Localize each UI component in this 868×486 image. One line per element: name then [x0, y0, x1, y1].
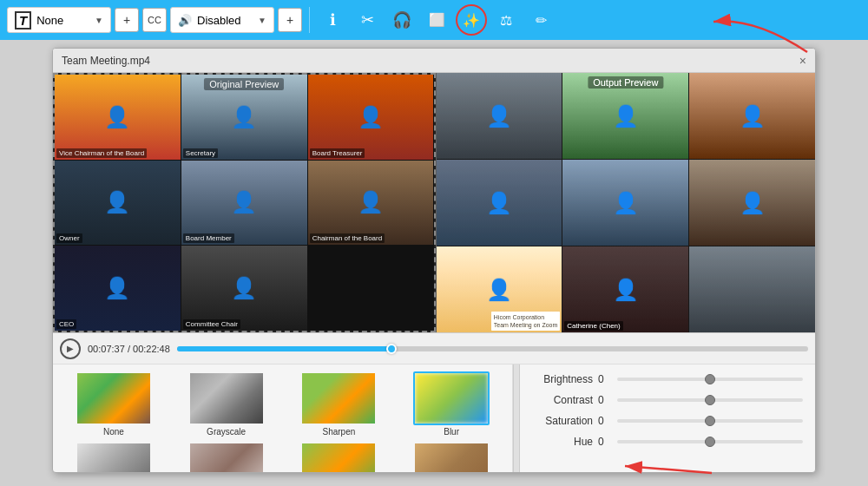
filter-grayscale-label: Grayscale [207, 427, 246, 437]
filter-relievo[interactable]: Relievo [173, 442, 280, 473]
output-cell-6: 👤 [689, 160, 815, 246]
filter-grid: None Grayscale Sharpen [60, 371, 505, 473]
person-face-6: 👤 [308, 161, 434, 246]
hue-value: 0 [598, 436, 612, 448]
cell-label-3: Board Treasurer [310, 148, 365, 158]
person-face-5: 👤 [181, 161, 307, 246]
person-face-4: 👤 [55, 161, 181, 246]
text-dropdown-label: None [36, 14, 63, 27]
contrast-slider[interactable] [617, 398, 803, 402]
play-button[interactable]: ▶ [60, 338, 81, 359]
toolbar: T None ▼ + CC 🔊 Disabled ▼ + ℹ ✂ 🎧 ⬜ ✨ ⚖… [0, 0, 868, 40]
video-cell-7: 👤 CEO [55, 246, 181, 331]
cell-label-5: Board Member [183, 233, 234, 243]
toolbar-divider [309, 7, 310, 33]
audio-dropdown[interactable]: 🔊 Disabled ▼ [170, 7, 274, 33]
filter-oldfilm[interactable]: Old Film [398, 442, 505, 473]
filter-sharpen-label: Sharpen [322, 427, 355, 437]
saturation-thumb[interactable] [705, 416, 715, 426]
filter-blur-thumb[interactable] [413, 371, 490, 425]
info-icon: ℹ [330, 10, 336, 30]
cc-button[interactable]: CC [142, 8, 167, 32]
filter-blur-label: Blur [444, 427, 459, 437]
timeline-track[interactable] [177, 346, 808, 351]
filter-none-thumb[interactable] [76, 371, 152, 425]
video-cell-8: 👤 Committee Chair [181, 246, 307, 331]
sliders-panel: Brightness 0 Contrast 0 Saturation 0 [520, 364, 815, 473]
person-face-3: 👤 [308, 75, 434, 160]
plus-icon: + [123, 13, 130, 27]
crop-button[interactable]: ⬜ [421, 4, 452, 36]
info-button[interactable]: ℹ [317, 4, 348, 36]
output-video-grid: 👤 👤 👤 👤 👤 👤 👤 [437, 73, 816, 332]
brightness-value: 0 [598, 373, 612, 385]
audio-dropdown-label: Disabled [197, 14, 241, 27]
filter-oldfilm-thumb[interactable] [413, 442, 490, 473]
cell-label-4: Owner [56, 233, 82, 243]
timeline-thumb[interactable] [386, 344, 397, 354]
brightness-thumb[interactable] [705, 374, 715, 384]
output-face-6: 👤 [689, 160, 815, 246]
audio-edit-button[interactable]: 🎧 [386, 4, 418, 36]
filter-panel: None Grayscale Sharpen [53, 364, 513, 473]
chevron-down-icon2: ▼ [258, 16, 266, 25]
filter-sharpen[interactable]: Sharpen [286, 371, 393, 437]
brightness-label: Brightness [532, 373, 593, 385]
video-cell-6: 👤 Chairman of the Board [308, 161, 434, 246]
output-cell-8: 👤 Catherine (Chen) [562, 246, 688, 332]
hue-slider[interactable] [617, 440, 803, 443]
video-cell-4: 👤 Owner [55, 161, 181, 246]
cut-button[interactable]: ✂ [352, 4, 383, 36]
output-face-1: 👤 [437, 73, 562, 159]
filter-pencilling-thumb[interactable] [76, 442, 152, 473]
add-text-button[interactable]: + [115, 8, 139, 32]
filter-grayscale[interactable]: Grayscale [173, 371, 280, 437]
original-video-grid: 👤 Vice Chairman of the Board 👤 Secretary… [55, 75, 434, 331]
filter-noise[interactable]: Noise [286, 442, 393, 473]
output-preview-label: Output Preview [588, 76, 663, 89]
saturation-slider[interactable] [617, 419, 803, 423]
video-cell-5: 👤 Board Member [181, 161, 307, 246]
filter-grayscale-thumb[interactable] [188, 371, 265, 425]
close-button[interactable]: × [799, 54, 806, 68]
cell-label-7: CEO [56, 319, 76, 329]
bottom-panel: None Grayscale Sharpen [53, 364, 815, 473]
filter-relievo-thumb[interactable] [188, 442, 265, 473]
hue-thumb[interactable] [705, 437, 715, 447]
chevron-down-icon: ▼ [95, 16, 103, 25]
cc-icon: CC [148, 15, 161, 25]
effect-button[interactable]: ✨ [456, 4, 487, 36]
contrast-thumb[interactable] [705, 395, 715, 405]
main-window: Team Meeting.mp4 × Original Preview 👤 Vi… [52, 48, 816, 473]
window-titlebar: Team Meeting.mp4 × [53, 49, 815, 73]
filter-blur[interactable]: Blur [398, 371, 505, 437]
contrast-row: Contrast 0 [532, 394, 803, 406]
output-cell-7: 👤 Hicom Corporation Team Meeting on Zoom [437, 246, 562, 332]
person-face-8: 👤 [181, 246, 307, 331]
filter-sharpen-thumb[interactable] [300, 371, 377, 425]
cell-label-6: Chairman of the Board [310, 233, 385, 243]
output-preview: Output Preview 👤 👤 👤 👤 👤 👤 [436, 73, 816, 332]
original-preview: Original Preview 👤 Vice Chairman of the … [53, 73, 436, 332]
person-face-7: 👤 [55, 246, 181, 331]
current-time: 00:07:37 / 00:22:48 [88, 344, 170, 354]
cut-icon: ✂ [361, 10, 374, 30]
effect-icon: ✨ [463, 12, 480, 29]
output-face-3: 👤 [689, 73, 815, 159]
add-audio-button[interactable]: + [278, 8, 302, 32]
filter-pencilling[interactable]: Pencilling [60, 442, 168, 473]
filter-none[interactable]: None [60, 371, 168, 437]
output-cell-9 [689, 246, 815, 332]
watermark-button[interactable]: ⚖ [490, 4, 522, 36]
timeline: ▶ 00:07:37 / 00:22:48 [53, 333, 815, 364]
subtitle-button[interactable]: ✏ [525, 4, 556, 36]
brightness-slider[interactable] [617, 378, 803, 381]
cell-label-8: Committee Chair [183, 319, 240, 329]
text-dropdown[interactable]: T None ▼ [7, 7, 111, 33]
video-cell-1: 👤 Vice Chairman of the Board [55, 75, 181, 160]
speaker-icon: 🔊 [178, 14, 192, 27]
filter-noise-thumb[interactable] [300, 442, 377, 473]
original-preview-label: Original Preview [204, 78, 284, 90]
output-label-8: Catherine (Chen) [564, 321, 622, 331]
cell-label-1: Vice Chairman of the Board [56, 148, 147, 158]
